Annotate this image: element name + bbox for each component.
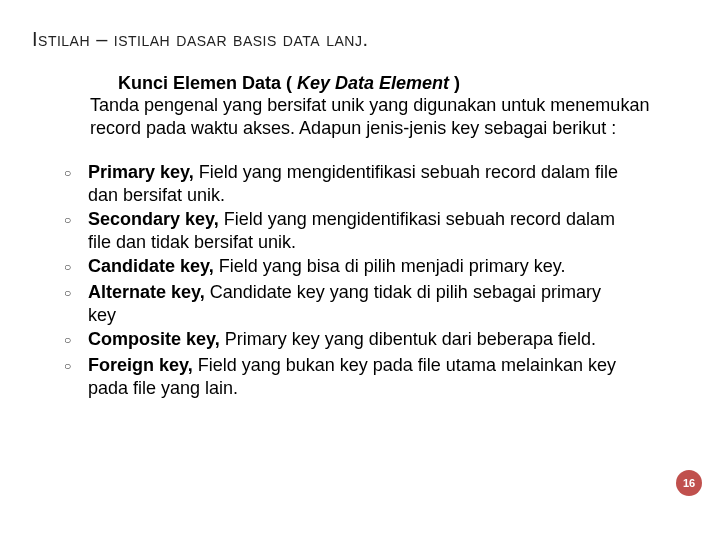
key-text: Secondary key, Field yang mengidentifika… [88,208,630,253]
intro-heading-plain: Kunci Elemen Data ( [118,73,297,93]
key-name: Primary key, [88,162,194,182]
intro-heading: Kunci Elemen Data ( Key Data Element ) [118,73,650,94]
bullet-icon: ○ [60,281,88,305]
key-name: Foreign key, [88,355,193,375]
bullet-icon: ○ [60,328,88,352]
list-item: ○ Secondary key, Field yang mengidentifi… [60,208,630,253]
intro-heading-close: ) [449,73,460,93]
key-text: Composite key, Primary key yang dibentuk… [88,328,596,351]
intro-body: Tanda pengenal yang bersifat unik yang d… [90,94,650,139]
key-text: Alternate key, Candidate key yang tidak … [88,281,630,326]
list-item: ○ Primary key, Field yang mengidentifika… [60,161,630,206]
page-title: Istilah – istilah dasar basis data lanj. [30,28,690,51]
key-name: Alternate key, [88,282,205,302]
key-text: Primary key, Field yang mengidentifikasi… [88,161,630,206]
key-text: Foreign key, Field yang bukan key pada f… [88,354,630,399]
bullet-icon: ○ [60,161,88,185]
key-name: Secondary key, [88,209,219,229]
key-desc: Primary key yang dibentuk dari beberapa … [220,329,596,349]
bullet-icon: ○ [60,354,88,378]
page-number-badge: 16 [676,470,702,496]
list-item: ○ Alternate key, Candidate key yang tida… [60,281,630,326]
slide: Istilah – istilah dasar basis data lanj.… [0,0,720,540]
key-name: Composite key, [88,329,220,349]
key-list: ○ Primary key, Field yang mengidentifika… [60,161,630,399]
list-item: ○ Foreign key, Field yang bukan key pada… [60,354,630,399]
list-item: ○ Candidate key, Field yang bisa di pili… [60,255,630,279]
key-desc: Field yang bisa di pilih menjadi primary… [214,256,566,276]
intro-block: Kunci Elemen Data ( Key Data Element ) T… [90,73,650,139]
key-name: Candidate key, [88,256,214,276]
bullet-icon: ○ [60,255,88,279]
list-item: ○ Composite key, Primary key yang dibent… [60,328,630,352]
key-text: Candidate key, Field yang bisa di pilih … [88,255,566,278]
bullet-icon: ○ [60,208,88,232]
intro-heading-italic: Key Data Element [297,73,449,93]
